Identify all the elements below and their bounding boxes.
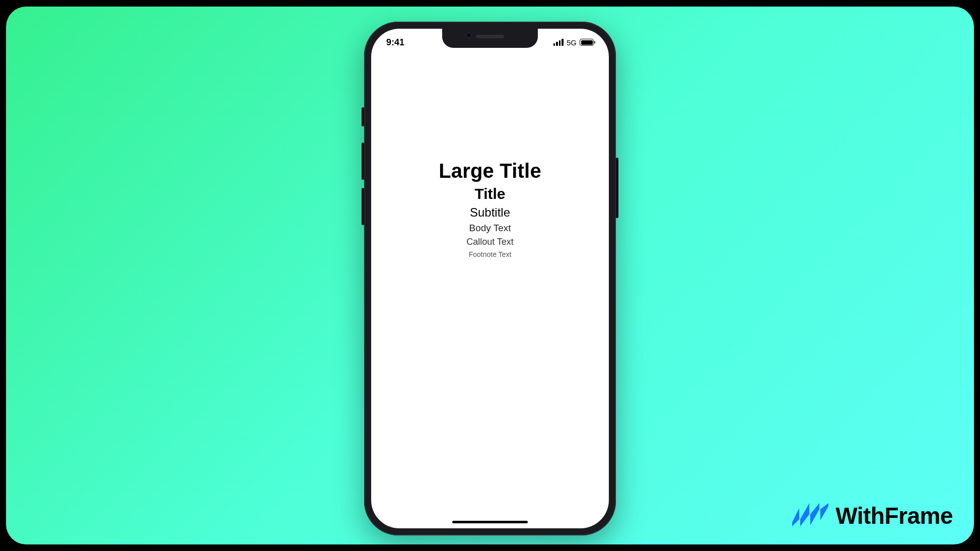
brand-name: WithFrame <box>835 502 953 529</box>
status-bar: 9:41 5G <box>371 29 609 56</box>
gradient-card: 9:41 5G Large Title Title <box>6 7 974 544</box>
battery-icon <box>580 39 594 46</box>
brand-watermark: WithFrame <box>792 502 953 529</box>
typography-sample: Large Title Title Subtitle Body Text Cal… <box>371 160 609 258</box>
large-title-text: Large Title <box>439 160 541 182</box>
iphone-frame: 9:41 5G Large Title Title <box>364 22 616 535</box>
svg-marker-0 <box>792 508 799 526</box>
subtitle-text: Subtitle <box>470 205 510 220</box>
volume-up-button <box>362 143 364 180</box>
mute-switch <box>362 107 364 126</box>
power-button <box>616 158 618 218</box>
status-time: 9:41 <box>386 37 404 48</box>
svg-marker-2 <box>810 503 819 525</box>
svg-marker-1 <box>800 503 809 526</box>
cellular-signal-icon <box>553 39 564 46</box>
callout-text: Callout Text <box>466 237 514 247</box>
network-type: 5G <box>567 38 577 47</box>
phone-screen: 9:41 5G Large Title Title <box>371 29 609 528</box>
body-text: Body Text <box>469 223 511 234</box>
footnote-text: Footnote Text <box>469 250 512 258</box>
svg-marker-3 <box>820 503 828 520</box>
brand-logo-icon <box>792 503 828 528</box>
title-text: Title <box>474 185 505 202</box>
volume-down-button <box>362 188 364 225</box>
home-indicator <box>452 521 528 523</box>
